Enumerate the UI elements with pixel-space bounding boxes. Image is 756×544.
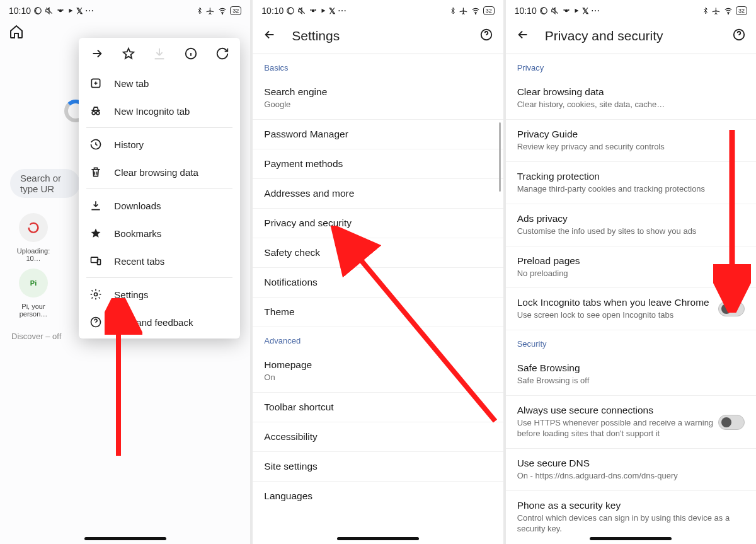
- row-tracking[interactable]: Tracking protectionManage third-party co…: [506, 162, 756, 204]
- row-toolbar-shortcut[interactable]: Toolbar shortcut: [253, 393, 503, 422]
- menu-new-tab[interactable]: New tab: [79, 69, 240, 97]
- row-homepage[interactable]: HomepageOn: [253, 350, 503, 393]
- row-sub: Clear history, cookies, site data, cache…: [517, 100, 745, 110]
- row-site-settings[interactable]: Site settings: [253, 452, 503, 482]
- row-notifications[interactable]: Notifications: [253, 268, 503, 298]
- menu-downloads[interactable]: Downloads: [79, 192, 240, 219]
- svg-point-2: [57, 9, 59, 11]
- row-title: Site settings: [264, 461, 491, 472]
- row-sub: Customise the info used by sites to show…: [517, 226, 745, 237]
- row-ads-privacy[interactable]: Ads privacyCustomise the info used by si…: [506, 204, 756, 246]
- svg-point-22: [564, 9, 568, 13]
- search-placeholder: Search or type UR: [20, 173, 70, 194]
- wifi-icon: [471, 6, 481, 15]
- mute-icon: [551, 6, 559, 15]
- row-title: Accessibility: [264, 431, 491, 443]
- row-title: Safety check: [264, 247, 491, 258]
- discover-label: Discover – off: [11, 332, 61, 341]
- forward-icon[interactable]: [88, 47, 106, 62]
- help-icon[interactable]: [479, 28, 493, 43]
- status-bar: 10:10 𝕏 ⋯ 32: [253, 0, 503, 18]
- row-title: Privacy Guide: [517, 129, 745, 140]
- row-addresses[interactable]: Addresses and more: [253, 179, 503, 209]
- menu-label: History: [114, 139, 144, 150]
- star-icon[interactable]: [120, 47, 137, 62]
- svg-point-17: [315, 9, 316, 11]
- row-title: Use secure DNS: [517, 458, 745, 469]
- row-sub: Google: [264, 100, 491, 110]
- row-sub: Safe Browsing is off: [517, 376, 745, 386]
- row-title: Notifications: [264, 277, 491, 288]
- row-title: Always use secure connections: [517, 405, 718, 416]
- play-icon: [320, 8, 326, 14]
- row-safe-browsing[interactable]: Safe BrowsingSafe Browsing is off: [506, 354, 756, 396]
- help-icon[interactable]: [732, 28, 746, 43]
- svg-point-7: [92, 112, 95, 115]
- row-search-engine[interactable]: Search engineGoogle: [253, 78, 503, 120]
- shortcut-tile[interactable]: Pi Pi, your person…: [9, 269, 58, 318]
- row-sub: Use screen lock to see open Incognito ta…: [517, 310, 718, 321]
- trash-icon: [89, 166, 103, 178]
- row-title: Phone as a security key: [517, 500, 745, 511]
- svg-point-25: [728, 13, 728, 14]
- download-icon: [151, 47, 168, 62]
- row-sub: Review key privacy and security controls: [517, 142, 745, 153]
- row-payment[interactable]: Payment methods: [253, 149, 503, 179]
- row-secure-dns[interactable]: Use secure DNSOn - https://dns.adguard-d…: [506, 449, 756, 491]
- airplane-icon: [206, 6, 215, 15]
- home-icon[interactable]: [9, 24, 24, 41]
- menu-label: Bookmarks: [114, 228, 161, 239]
- overflow-menu: New tab New Incognito tab History Clear …: [79, 38, 240, 339]
- devices-icon: [89, 255, 103, 267]
- more-icon: ⋯: [338, 6, 346, 16]
- x-icon: 𝕏: [329, 6, 335, 16]
- svg-point-23: [563, 9, 564, 11]
- row-title: Preload pages: [517, 255, 745, 267]
- toggle-secure-connections[interactable]: [718, 415, 745, 430]
- menu-settings[interactable]: Settings: [79, 281, 240, 308]
- bluetooth-icon: [196, 6, 203, 15]
- row-privacy-security[interactable]: Privacy and security: [253, 209, 503, 238]
- row-phone-key[interactable]: Phone as a security keyControl which dev…: [506, 491, 756, 543]
- menu-label: New Incognito tab: [114, 106, 190, 117]
- status-bar: 10:10 𝕏 ⋯ 32: [506, 0, 756, 18]
- svg-point-1: [59, 9, 62, 13]
- row-theme[interactable]: Theme: [253, 298, 503, 327]
- menu-recent-tabs[interactable]: Recent tabs: [79, 247, 240, 275]
- dnd-icon: [539, 6, 548, 15]
- row-preload[interactable]: Preload pagesNo preloading: [506, 246, 756, 289]
- menu-help[interactable]: Help and feedback: [79, 308, 240, 336]
- search-input[interactable]: Search or type UR: [10, 169, 80, 198]
- menu-clear-data[interactable]: Clear browsing data: [79, 158, 240, 186]
- row-secure-connections[interactable]: Always use secure connectionsUse HTTPS w…: [506, 396, 756, 449]
- row-clear-data[interactable]: Clear browsing dataClear history, cookie…: [506, 78, 756, 120]
- menu-bookmarks[interactable]: Bookmarks: [79, 219, 240, 247]
- row-accessibility[interactable]: Accessibility: [253, 422, 503, 452]
- row-safety-check[interactable]: Safety check: [253, 238, 503, 268]
- row-title: Theme: [264, 306, 491, 318]
- row-privacy-guide[interactable]: Privacy GuideReview key privacy and secu…: [506, 120, 756, 162]
- shortcut-tile[interactable]: Uploading: 10…: [9, 213, 58, 262]
- info-icon[interactable]: [182, 47, 200, 62]
- row-sub: On - https://dns.adguard-dns.com/dns-que…: [517, 471, 745, 482]
- play-icon: [67, 8, 74, 14]
- row-sub: Manage third-party cookies and tracking …: [517, 184, 745, 195]
- row-languages[interactable]: Languages: [253, 482, 503, 511]
- row-title: Tracking protection: [517, 171, 745, 182]
- section-privacy: Privacy: [506, 54, 756, 78]
- row-sub: No preloading: [517, 269, 745, 279]
- menu-history[interactable]: History: [79, 130, 240, 158]
- row-password-manager[interactable]: Password Manager: [253, 120, 503, 149]
- menu-incognito[interactable]: New Incognito tab: [79, 97, 240, 125]
- row-lock-incognito[interactable]: Lock Incognito tabs when you leave Chrom…: [506, 288, 756, 330]
- back-icon[interactable]: [263, 28, 277, 43]
- svg-point-4: [222, 13, 223, 14]
- back-icon[interactable]: [516, 28, 530, 43]
- page-title: Privacy and security: [545, 28, 717, 43]
- status-time: 10:10: [9, 6, 31, 16]
- play-icon: [573, 8, 580, 14]
- reload-icon[interactable]: [214, 47, 231, 62]
- nav-pill: [84, 537, 166, 540]
- battery-icon: 32: [230, 6, 241, 15]
- toggle-lock-incognito[interactable]: [718, 301, 745, 316]
